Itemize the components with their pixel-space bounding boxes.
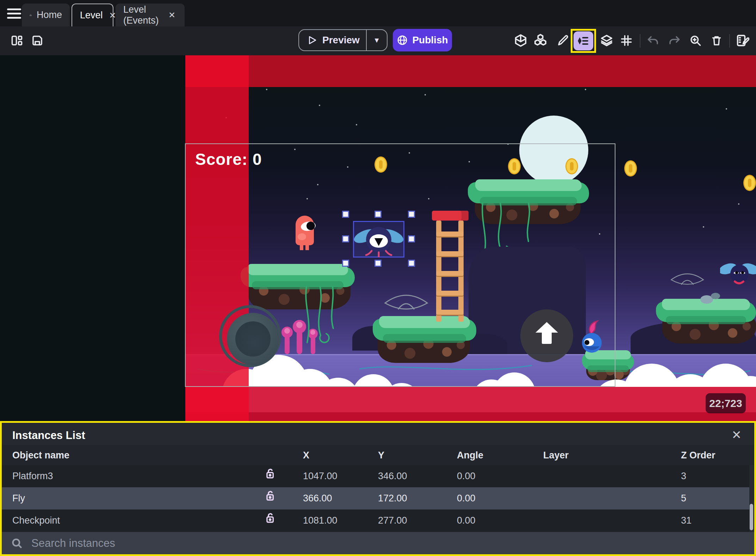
- resize-handle[interactable]: [342, 211, 349, 218]
- unlock-icon[interactable]: [264, 512, 275, 526]
- instance-y[interactable]: 346.00: [378, 471, 407, 482]
- column-header[interactable]: Object name: [12, 450, 69, 461]
- star: [738, 203, 739, 205]
- search-bar: [2, 532, 754, 554]
- publish-button[interactable]: Publish: [393, 29, 452, 51]
- preview-button[interactable]: Preview ▼: [298, 29, 388, 51]
- layers-icon[interactable]: [599, 33, 614, 48]
- object-cube-icon[interactable]: [513, 33, 528, 48]
- table-row[interactable]: Checkpoint1081.00277.000.0031: [2, 509, 749, 532]
- object-groups-icon[interactable]: [533, 33, 548, 48]
- score-text-object[interactable]: Score: 0: [195, 150, 262, 169]
- star: [319, 105, 320, 106]
- resize-handle[interactable]: [342, 235, 349, 242]
- chevron-down-icon[interactable]: ▼: [367, 36, 387, 44]
- instance-z-order[interactable]: 31: [681, 515, 692, 526]
- tab-home[interactable]: Home: [22, 4, 70, 26]
- toolbar: Preview ▼ Publish: [0, 26, 756, 55]
- instance-y[interactable]: 172.00: [378, 493, 407, 504]
- instance-y[interactable]: 277.00: [378, 515, 407, 526]
- globe-icon: [397, 35, 408, 46]
- scrollbar-thumb[interactable]: [750, 504, 753, 530]
- search-icon: [11, 537, 23, 549]
- bat-enemy-sprite[interactable]: [720, 260, 756, 289]
- instance-name: Platform3: [12, 471, 53, 482]
- fly-sprite[interactable]: [353, 221, 404, 257]
- resize-handle[interactable]: [374, 260, 382, 267]
- resize-handle[interactable]: [408, 211, 415, 218]
- instance-angle[interactable]: 0.00: [457, 493, 476, 504]
- trash-icon[interactable]: [709, 33, 724, 48]
- selection-rectangle[interactable]: [353, 221, 404, 258]
- resize-handle[interactable]: [408, 260, 415, 267]
- publish-label: Publish: [412, 35, 448, 46]
- tab-label: Home: [37, 10, 62, 20]
- star: [425, 94, 426, 95]
- instance-name: Fly: [12, 493, 25, 504]
- close-tab-icon[interactable]: ✕: [167, 10, 177, 21]
- play-icon: [307, 35, 317, 45]
- unlock-icon[interactable]: [264, 468, 275, 482]
- column-header[interactable]: Y: [378, 450, 384, 461]
- instances-list-icon[interactable]: [574, 31, 593, 50]
- eye-decoration: [670, 270, 704, 290]
- zoom-in-icon[interactable]: [688, 33, 703, 48]
- tab-bar: Home Level ✕ Level (Events) ✕: [0, 0, 756, 26]
- resize-handle[interactable]: [374, 211, 382, 218]
- scene-editor-canvas[interactable]: Score: 0 22;723: [0, 55, 756, 421]
- table-header-row: Object nameXYAngleLayerZ Order: [2, 445, 754, 465]
- panel-title: Instances List: [12, 429, 85, 442]
- tab-label: Level (Events): [123, 4, 162, 26]
- resize-handle[interactable]: [342, 260, 349, 267]
- instance-x[interactable]: 366.00: [303, 493, 332, 504]
- column-header[interactable]: Angle: [457, 450, 483, 461]
- edit-properties-icon[interactable]: [735, 33, 750, 48]
- tab-level-events[interactable]: Level (Events) ✕: [116, 4, 185, 26]
- star: [726, 108, 727, 110]
- instance-z-order[interactable]: 5: [681, 493, 686, 504]
- table-row[interactable]: Platform31047.00346.000.003: [2, 465, 749, 487]
- bottom-red-zone[interactable]: [185, 387, 756, 412]
- star: [703, 226, 704, 228]
- close-panel-icon[interactable]: ✕: [732, 428, 742, 442]
- tab-level[interactable]: Level ✕: [72, 4, 113, 26]
- table-body: Platform31047.00346.000.003Fly366.00172.…: [2, 465, 754, 532]
- star: [585, 89, 586, 90]
- instance-z-order[interactable]: 3: [681, 471, 686, 482]
- rock-decoration: [711, 293, 720, 299]
- instances-list-panel: Instances List ✕ Object nameXYAngleLayer…: [0, 421, 756, 556]
- column-header[interactable]: Z Order: [681, 450, 715, 461]
- gdevelop-editor-window: Home Level ✕ Level (Events) ✕ Preview ▼ …: [0, 0, 756, 556]
- instance-x[interactable]: 1081.00: [303, 515, 337, 526]
- column-header[interactable]: X: [303, 450, 309, 461]
- coin-sprite[interactable]: [624, 160, 637, 177]
- platform-grass[interactable]: [656, 302, 756, 322]
- instance-name: Checkpoint: [12, 515, 60, 526]
- search-input[interactable]: [31, 537, 754, 550]
- save-icon[interactable]: [30, 33, 45, 48]
- instances-list-highlight: [571, 29, 596, 53]
- table-row[interactable]: Fly366.00172.000.005: [2, 487, 749, 509]
- resize-handle[interactable]: [408, 235, 415, 242]
- star: [356, 124, 357, 125]
- preview-label: Preview: [322, 35, 360, 46]
- grid-icon[interactable]: [619, 33, 634, 48]
- edit-pencil-icon[interactable]: [555, 33, 571, 48]
- top-red-zone[interactable]: [185, 55, 756, 87]
- divider: [729, 34, 730, 48]
- tab-label: Level: [80, 10, 103, 21]
- star: [266, 89, 267, 90]
- instance-angle[interactable]: 0.00: [457, 471, 476, 482]
- divider: [640, 34, 640, 48]
- undo-icon[interactable]: [645, 33, 661, 48]
- instance-x[interactable]: 1047.00: [303, 471, 337, 482]
- column-header[interactable]: Layer: [543, 450, 569, 461]
- instance-angle[interactable]: 0.00: [457, 515, 476, 526]
- hamburger-menu-icon[interactable]: [7, 8, 21, 19]
- coin-sprite[interactable]: [743, 175, 756, 191]
- layout-panels-icon[interactable]: [9, 33, 25, 48]
- bottom-red-zone-dark: [185, 412, 756, 421]
- unlock-icon[interactable]: [264, 490, 275, 504]
- redo-icon[interactable]: [667, 33, 682, 48]
- cursor-coordinates-badge: 22;723: [706, 393, 746, 413]
